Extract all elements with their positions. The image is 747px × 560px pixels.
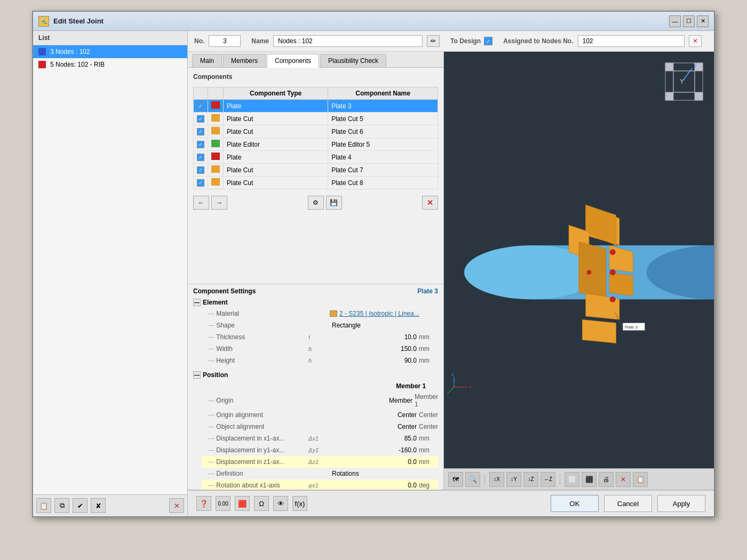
disp-z1-symbol: Δz1 [308, 459, 330, 465]
function-button[interactable]: f(x) [292, 496, 307, 511]
disp-z1-value[interactable]: 0.0 [330, 458, 419, 466]
rot-x1-unit: deg [419, 482, 438, 489]
zoom-button[interactable]: 🔍 [465, 472, 480, 487]
name-input[interactable]: Nodes : 102 [273, 35, 423, 47]
axis-y-button[interactable]: ↕Y [506, 472, 521, 487]
disp-y1-symbol: Δy1 [308, 447, 330, 453]
rot-x1-symbol: φx1 [308, 482, 330, 489]
apply-button[interactable]: Apply [657, 495, 705, 512]
no-input[interactable]: 3 [209, 35, 241, 47]
map-icon-button[interactable]: 🗺 [448, 472, 463, 487]
uncheck-button[interactable]: ✘ [91, 498, 106, 513]
print-button[interactable]: 🖨 [599, 472, 614, 487]
row-check[interactable] [194, 151, 208, 164]
export-button[interactable]: 📋 [633, 472, 648, 487]
position-header[interactable]: — Position [193, 370, 438, 380]
comp-type[interactable]: Plate Cut [224, 177, 328, 189]
tab-plausibility[interactable]: Plausibility Check [320, 54, 386, 67]
width-unit: mm [419, 345, 438, 353]
shape-label: Shape [202, 322, 308, 329]
check-button[interactable]: ✔ [73, 498, 88, 513]
list-item[interactable]: 5 Nodes: 102 - RIB [33, 58, 187, 71]
comp-type[interactable]: Plate Editor [224, 138, 328, 151]
to-design-checkbox[interactable] [484, 37, 492, 45]
tab-components[interactable]: Components [267, 54, 319, 68]
table-row[interactable]: Plate Cut Plate Cut 8 [194, 177, 438, 189]
row-check[interactable] [194, 125, 208, 138]
color-swatch [211, 127, 220, 134]
close-button[interactable]: ✕ [697, 15, 709, 27]
comp-name[interactable]: Plate Editor 5 [328, 138, 438, 151]
cross-button[interactable]: ✕ [616, 472, 631, 487]
table-row[interactable]: Plate Cut Plate Cut 5 [194, 113, 438, 125]
assigned-input[interactable]: 102 [578, 35, 685, 47]
width-value[interactable]: 150.0 [330, 345, 419, 353]
tab-main[interactable]: Main [192, 54, 222, 67]
comp-name[interactable]: Plate 4 [328, 151, 438, 164]
item-color [38, 48, 46, 55]
comp-name[interactable]: Plate Cut 7 [328, 164, 438, 177]
table-row[interactable]: Plate Plate 3 [194, 100, 438, 113]
height-symbol: h [308, 357, 330, 364]
layer-button[interactable]: ⬜ [565, 472, 579, 487]
axis-x-button[interactable]: ↕X [489, 472, 504, 487]
nav-cube[interactable]: Y Y [663, 60, 705, 103]
collapse-icon[interactable]: — [193, 371, 201, 379]
list-item[interactable]: 3 Nodes : 102 [33, 45, 187, 58]
ok-button[interactable]: OK [551, 495, 599, 512]
material-text[interactable]: 2 - S235 | Isotropic | Linea... [339, 310, 419, 317]
save-button[interactable]: 💾 [326, 196, 342, 210]
row-check[interactable] [194, 138, 208, 151]
table-row[interactable]: Plate Cut Plate Cut 7 [194, 164, 438, 177]
settings-button[interactable]: ⚙ [308, 196, 324, 210]
cancel-button[interactable]: Cancel [604, 495, 652, 512]
row-check[interactable] [194, 177, 208, 189]
row-check[interactable] [194, 113, 208, 125]
collapse-icon[interactable]: — [193, 299, 201, 306]
settings-area: Component Settings Plate 3 — Element [188, 284, 443, 490]
maximize-button[interactable]: ☐ [683, 15, 695, 27]
disp-y1-value[interactable]: -160.0 [330, 446, 419, 454]
table-row[interactable]: Plate Cut Plate Cut 6 [194, 125, 438, 138]
tab-members[interactable]: Members [223, 54, 266, 67]
thickness-value[interactable]: 10.0 [330, 333, 419, 341]
table-row[interactable]: Plate Plate 4 [194, 151, 438, 164]
comp-type[interactable]: Plate Cut [224, 125, 328, 138]
row-color [208, 125, 224, 138]
render-button[interactable]: ⬛ [582, 472, 597, 487]
height-value[interactable]: 90.0 [330, 357, 419, 364]
move-right-button[interactable]: → [211, 196, 227, 210]
axis-z2-button[interactable]: ↔Z [541, 472, 555, 487]
copy-button[interactable]: ⧉ [54, 498, 69, 513]
axis-z-button[interactable]: ↕Z [523, 472, 538, 487]
comp-name[interactable]: Plate Cut 6 [328, 125, 438, 138]
row-check[interactable] [194, 164, 208, 177]
view-button[interactable]: 👁 [273, 496, 288, 511]
delete-button[interactable]: ✕ [169, 498, 184, 513]
add-item-button[interactable]: 📋 [36, 498, 51, 513]
rot-x1-value[interactable]: 0.0 [330, 482, 419, 489]
disp-y1-unit: mm [419, 446, 438, 454]
assigned-clear-button[interactable]: ✕ [689, 35, 702, 47]
move-left-button[interactable]: ← [193, 196, 209, 210]
omega-button[interactable]: Ω [254, 496, 269, 511]
element-header[interactable]: — Element [193, 297, 438, 308]
comp-name[interactable]: Plate 3 [328, 100, 438, 113]
comp-name[interactable]: Plate Cut 8 [328, 177, 438, 189]
comp-type[interactable]: Plate Cut [224, 164, 328, 177]
color-swatch [211, 101, 220, 109]
color-button[interactable]: 🟥 [235, 496, 250, 511]
disp-x1-value[interactable]: 85.0 [330, 435, 419, 442]
help-button[interactable]: ❓ [196, 496, 211, 511]
precision-button[interactable]: 0.00 [216, 496, 231, 511]
row-check[interactable] [194, 100, 208, 113]
delete-component-button[interactable]: ✕ [422, 196, 438, 210]
minimize-button[interactable]: — [669, 15, 681, 27]
comp-type[interactable]: Plate [224, 100, 328, 113]
comp-type[interactable]: Plate [224, 151, 328, 164]
name-edit-icon[interactable]: ✏ [427, 35, 440, 47]
comp-type[interactable]: Plate Cut [224, 113, 328, 125]
table-row[interactable]: Plate Editor Plate Editor 5 [194, 138, 438, 151]
disp-x1-unit: mm [419, 435, 438, 442]
comp-name[interactable]: Plate Cut 5 [328, 113, 438, 125]
